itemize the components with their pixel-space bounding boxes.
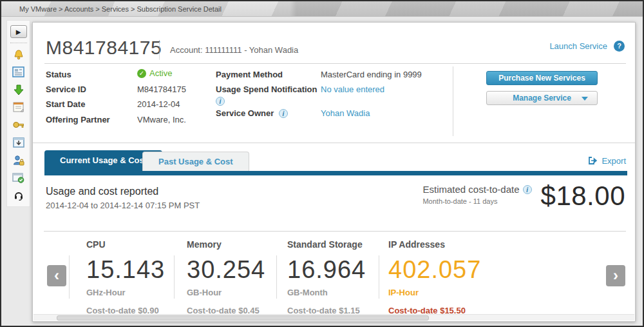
- metric-standard-storage: Standard Storage 16.964 GB-Month Cost-to…: [287, 239, 387, 297]
- estimated-cost-total: $18.00: [541, 183, 625, 210]
- service-owner-label: Service Owner: [216, 108, 288, 118]
- service-id-label: Service ID: [46, 84, 86, 94]
- breadcrumb[interactable]: My VMware > Accounts > Services > Subscr…: [19, 1, 222, 17]
- usage-spend-value-link[interactable]: No value entered: [321, 84, 384, 94]
- side-toolbar: [6, 20, 30, 207]
- info-icon[interactable]: [279, 109, 288, 118]
- manage-service-button[interactable]: Manage Service: [486, 91, 598, 105]
- tab-underline-bar: [44, 171, 627, 175]
- form-window-icon[interactable]: [10, 66, 27, 79]
- metric-name: Memory: [187, 239, 287, 250]
- details-column-divider: [453, 66, 453, 136]
- metric-value: 16.964: [287, 256, 387, 284]
- status-value: Active: [137, 68, 172, 78]
- start-date-value: 2014-12-04: [137, 99, 180, 109]
- account-info-wrap: Account: 111111111 - Yohan Wadia: [159, 40, 298, 59]
- estimated-cost-label: Estimated cost-to-date: [422, 184, 519, 195]
- metric-unit: GB-Hour: [187, 288, 287, 297]
- service-id-value: M841784175: [137, 84, 186, 94]
- window-check-icon[interactable]: [10, 171, 27, 184]
- active-check-icon: [137, 69, 146, 78]
- service-detail-card: M841784175 Account: 111111111 - Yohan Wa…: [32, 22, 636, 322]
- metrics-divider: [44, 231, 626, 232]
- service-owner-label-text: Service Owner: [216, 108, 274, 118]
- offering-partner-label: Offering Partner: [46, 115, 110, 124]
- offering-partner-value: VMware, Inc.: [137, 115, 186, 124]
- carousel-prev-button[interactable]: [47, 265, 66, 286]
- purchase-new-services-button[interactable]: Purchase New Services: [486, 71, 598, 85]
- toolbar-divider: [10, 43, 27, 43]
- chevron-down-icon: [582, 97, 588, 101]
- usage-spend-info-icon-wrap: [216, 95, 225, 106]
- payment-method-value: MasterCard ending in 9999: [321, 70, 422, 79]
- payment-method-label: Payment Method: [216, 70, 283, 79]
- usage-heading: Usage and cost reported: [46, 186, 158, 197]
- launch-service-wrap: Launch Service: [549, 41, 625, 52]
- metric-name: IP Addresses: [388, 239, 504, 250]
- metric-name: CPU: [86, 239, 186, 250]
- top-breadcrumb-bar: My VMware > Accounts > Services > Subscr…: [1, 1, 643, 17]
- key-icon[interactable]: [10, 119, 27, 132]
- metric-value: 15.143: [86, 256, 186, 284]
- download-arrow-icon[interactable]: [10, 83, 27, 96]
- play-icon[interactable]: [10, 25, 27, 38]
- status-label: Status: [46, 70, 71, 79]
- header-divider: [44, 63, 626, 64]
- help-icon[interactable]: [614, 41, 625, 52]
- page-title: M841784175: [46, 37, 162, 59]
- metric-cpu: CPU 15.143 GHz-Hour Cost-to-date $0.90: [86, 239, 186, 297]
- metric-name: Standard Storage: [287, 239, 387, 250]
- account-info: Account: 111111111 - Yohan Wadia: [170, 45, 298, 55]
- metric-unit: GB-Month: [287, 288, 387, 297]
- status-text: Active: [149, 68, 172, 78]
- horizontal-scrollbar-track[interactable]: [33, 314, 634, 321]
- metric-ip-addresses: IP Addresses 402.057 IP-Hour Cost-to-dat…: [388, 239, 504, 297]
- user-lock-icon[interactable]: [10, 154, 27, 166]
- notepad-icon[interactable]: [10, 101, 27, 114]
- info-icon[interactable]: [216, 97, 225, 106]
- start-date-label: Start Date: [46, 99, 85, 109]
- app-window: My VMware > Accounts > Services > Subscr…: [0, 0, 644, 327]
- usage-period: 2014-12-04 to 2014-12-14 07:15 PM PST: [46, 201, 200, 210]
- usage-spend-label: Usage Spend Notification: [216, 84, 317, 94]
- estimated-cost-block: Estimated cost-to-date Month-to-date - 1…: [422, 184, 625, 210]
- horizontal-scrollbar-thumb[interactable]: [57, 315, 429, 321]
- metric-value: 402.057: [388, 256, 504, 284]
- estimated-cost-sub: Month-to-date - 11 days: [422, 197, 531, 205]
- metric-unit: IP-Hour: [388, 288, 504, 297]
- section-divider: [33, 143, 635, 143]
- carousel-next-button[interactable]: [606, 265, 625, 286]
- estimated-cost-labels: Estimated cost-to-date Month-to-date - 1…: [422, 184, 531, 205]
- launch-service-link[interactable]: Launch Service: [549, 41, 607, 51]
- export-button[interactable]: Export: [587, 155, 626, 166]
- headset-icon[interactable]: [10, 189, 27, 202]
- metric-memory: Memory 30.254 GB-Hour Cost-to-date $0.45: [187, 239, 287, 297]
- manage-service-label: Manage Service: [513, 94, 571, 103]
- info-icon[interactable]: [523, 185, 532, 194]
- export-label: Export: [601, 156, 626, 166]
- metric-divider: [69, 255, 70, 299]
- bell-icon[interactable]: [10, 48, 27, 61]
- tab-past-usage[interactable]: Past Usage & Cost: [142, 152, 249, 171]
- calendar-export-icon[interactable]: [10, 136, 27, 149]
- export-icon: [587, 155, 598, 166]
- service-owner-value-link[interactable]: Yohan Wadia: [321, 108, 370, 118]
- metric-value: 30.254: [187, 256, 287, 284]
- metric-unit: GHz-Hour: [86, 288, 186, 297]
